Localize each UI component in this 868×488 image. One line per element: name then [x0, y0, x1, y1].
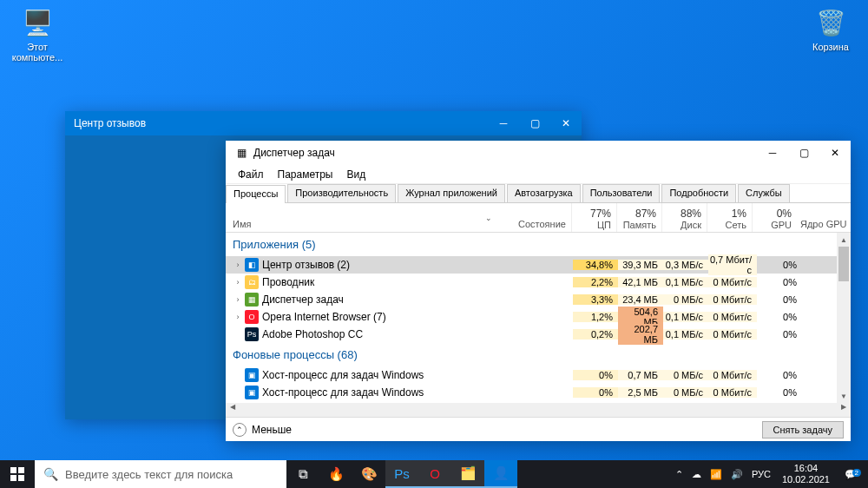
network-cell: 0 Мбит/с: [708, 329, 757, 340]
tray-wifi-icon[interactable]: 📶: [706, 469, 727, 480]
network-cell: 0 Мбит/с: [708, 277, 757, 287]
col-gpu[interactable]: 0%GPU: [752, 203, 797, 232]
memory-cell: 39,3 МБ: [618, 260, 663, 270]
process-row[interactable]: › ▦ Диспетчер задач 3,3% 23,4 МБ 0 МБ/с …: [226, 291, 851, 308]
menu-options[interactable]: Параметры: [271, 168, 340, 181]
tab-users[interactable]: Пользователи: [582, 184, 661, 202]
app-icon: O: [245, 310, 259, 324]
language-indicator[interactable]: РУС: [747, 469, 775, 479]
tab-processes[interactable]: Процессы: [226, 185, 286, 203]
tray-chevron-up-icon[interactable]: ⌃: [671, 469, 687, 480]
notifications-button[interactable]: 💬2: [837, 469, 865, 480]
desktop-icon-this-pc[interactable]: 🖥️ Этот компьюте...: [7, 5, 68, 63]
scroll-right-button[interactable]: ▶: [837, 403, 851, 417]
titlebar[interactable]: Центр отзывов ─ ▢ ✕: [65, 111, 582, 135]
group-apps-header[interactable]: Приложения (5): [226, 233, 851, 256]
process-row[interactable]: › 🗂 Проводник 2,2% 42,1 МБ 0,1 МБ/с 0 Мб…: [226, 274, 851, 291]
process-name: Диспетчер задач: [262, 293, 516, 306]
cpu-cell: 3,3%: [573, 294, 618, 305]
footer: ⌃ Меньше Снять задачу: [226, 417, 851, 441]
col-status[interactable]: Состояние: [515, 203, 571, 232]
search-box[interactable]: 🔍 Введите здесь текст для поиска: [35, 460, 286, 488]
window-title: Диспетчер задач: [253, 147, 757, 159]
network-cell: 0,7 Мбит/с: [708, 254, 757, 275]
titlebar[interactable]: ▦ Диспетчер задач ─ ▢ ✕: [226, 141, 851, 165]
col-network[interactable]: 1%Сеть: [707, 203, 752, 232]
memory-cell: 0,7 МБ: [618, 370, 663, 380]
end-task-button[interactable]: Снять задачу: [762, 421, 845, 439]
scroll-thumb[interactable]: [838, 247, 849, 281]
menu-view[interactable]: Вид: [339, 168, 372, 181]
scroll-up-button[interactable]: ▲: [837, 233, 851, 247]
tray-onedrive-icon[interactable]: ☁: [687, 469, 706, 480]
expand-icon[interactable]: ›: [233, 260, 243, 269]
col-memory[interactable]: 87%Память: [616, 203, 661, 232]
fewer-details-label[interactable]: Меньше: [252, 424, 292, 436]
scroll-down-button[interactable]: ▼: [837, 389, 851, 403]
taskbar-app-flame[interactable]: 🔥: [319, 460, 352, 488]
cpu-cell: 0%: [573, 387, 618, 398]
disk-label: Диск: [662, 220, 701, 230]
tab-strip: Процессы Производительность Журнал прило…: [226, 184, 851, 203]
cpu-cell: 2,2%: [573, 277, 618, 287]
close-button[interactable]: ✕: [550, 111, 582, 135]
task-view-button[interactable]: ⧉: [286, 460, 319, 488]
scroll-left-button[interactable]: ◀: [226, 403, 240, 417]
tab-services[interactable]: Службы: [738, 184, 790, 202]
desktop-icon-label: Корзина: [800, 42, 861, 52]
tab-startup[interactable]: Автозагрузка: [507, 184, 581, 202]
process-row[interactable]: ▣ Хост-процесс для задач Windows 0% 0,7 …: [226, 366, 851, 384]
process-row[interactable]: ▣ Хост-процесс для задач Windows 0% 2,5 …: [226, 384, 851, 401]
process-name: Центр отзывов (2): [262, 259, 516, 271]
cpu-cell: 0,2%: [573, 329, 618, 340]
vertical-scrollbar[interactable]: ▲ ▼: [837, 233, 851, 403]
expand-icon[interactable]: ›: [233, 278, 243, 287]
col-gpu-engine[interactable]: Ядро GPU: [797, 203, 851, 232]
process-row[interactable]: Ps Adobe Photoshop CC 0,2% 202,7 МБ 0,1 …: [226, 326, 851, 343]
disk-cell: 0,1 МБ/с: [663, 277, 708, 287]
expand-icon[interactable]: ›: [233, 313, 243, 321]
maximize-button[interactable]: ▢: [788, 141, 819, 165]
network-cell: 0 Мбит/с: [708, 294, 757, 305]
horizontal-scrollbar[interactable]: ◀ ▶: [226, 403, 851, 417]
col-disk[interactable]: 88%Диск: [661, 203, 707, 232]
gpu-cell: 0%: [757, 277, 802, 287]
start-button[interactable]: [0, 460, 35, 488]
mem-pct: 87%: [617, 208, 656, 220]
col-name[interactable]: Имя⌄: [226, 203, 515, 232]
cpu-pct: 77%: [572, 208, 611, 220]
desktop-icon-recycle[interactable]: 🗑️ Корзина: [800, 5, 861, 52]
col-cpu[interactable]: 77%ЦП: [571, 203, 616, 232]
taskbar-app-explorer[interactable]: 🗂️: [451, 460, 484, 488]
group-background-header[interactable]: Фоновые процессы (68): [226, 343, 851, 366]
taskbar-app-photoshop[interactable]: Ps: [385, 460, 418, 488]
menu-file[interactable]: Файл: [231, 168, 271, 181]
minimize-button[interactable]: ─: [488, 111, 519, 135]
maximize-button[interactable]: ▢: [519, 111, 550, 135]
taskbar-app-paint[interactable]: 🎨: [352, 460, 385, 488]
process-row[interactable]: › O Opera Internet Browser (7) 1,2% 504,…: [226, 308, 851, 326]
tray-volume-icon[interactable]: 🔊: [727, 469, 747, 480]
cpu-cell: 34,8%: [573, 260, 618, 270]
memory-cell: 2,5 МБ: [618, 387, 663, 398]
fewer-details-icon[interactable]: ⌃: [233, 423, 247, 437]
expand-icon[interactable]: ›: [233, 295, 243, 304]
taskbar: 🔍 Введите здесь текст для поиска ⧉ 🔥 🎨 P…: [0, 460, 868, 488]
system-tray: ⌃ ☁ 📶 🔊 РУС 16:04 10.02.2021 💬2: [671, 463, 868, 485]
process-row[interactable]: › ◧ Центр отзывов (2) 34,8% 39,3 МБ 0,3 …: [226, 256, 851, 274]
pc-icon: 🖥️: [20, 5, 55, 40]
process-name: Opera Internet Browser (7): [262, 311, 516, 323]
minimize-button[interactable]: ─: [757, 141, 788, 165]
gpu-cell: 0%: [757, 387, 802, 398]
svg-rect-2: [10, 475, 16, 481]
disk-cell: 0,1 МБ/с: [663, 329, 708, 340]
clock[interactable]: 16:04 10.02.2021: [775, 463, 837, 485]
tab-details[interactable]: Подробности: [661, 184, 736, 202]
close-button[interactable]: ✕: [819, 141, 851, 165]
tab-performance[interactable]: Производительность: [287, 184, 396, 202]
taskbar-app-opera[interactable]: O: [418, 460, 451, 488]
taskbar-app-feedback[interactable]: 👤: [484, 460, 517, 488]
window-task-manager: ▦ Диспетчер задач ─ ▢ ✕ Файл Параметры В…: [226, 141, 851, 441]
gpu-cell: 0%: [757, 260, 802, 270]
tab-app-history[interactable]: Журнал приложений: [398, 184, 505, 202]
